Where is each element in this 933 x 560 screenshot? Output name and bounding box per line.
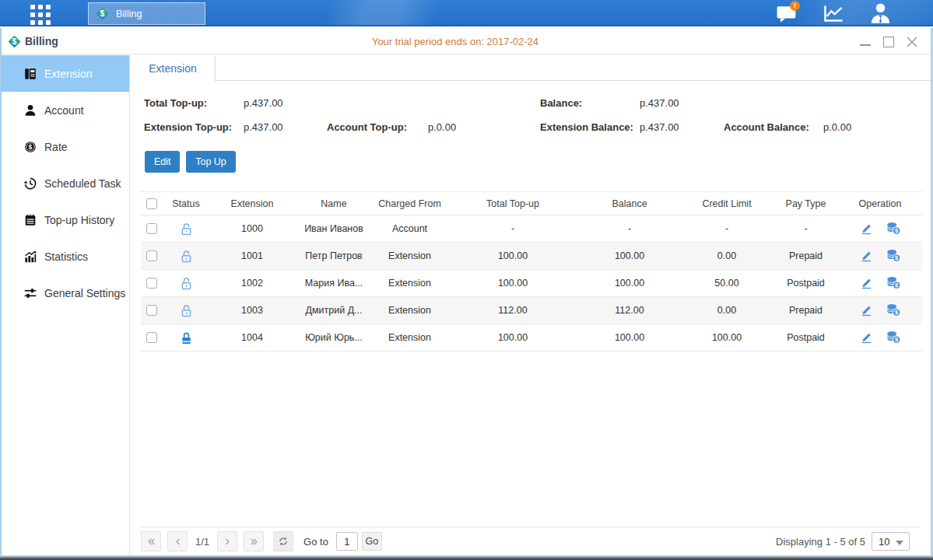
- top-up-row-icon[interactable]: $: [886, 275, 901, 290]
- edit-row-icon[interactable]: [859, 248, 873, 262]
- table-row: 1004Юрий Юрь...Extension100.00100.00100.…: [141, 324, 922, 352]
- last-page-button[interactable]: [244, 531, 264, 551]
- sidebar-item-statistics[interactable]: Statistics: [2, 238, 129, 275]
- cell-name: Петр Петров: [295, 243, 373, 270]
- sidebar-item-account[interactable]: Account: [2, 92, 129, 128]
- tab-extension[interactable]: Extension: [131, 55, 216, 81]
- resource-monitor-button[interactable]: [810, 0, 857, 26]
- edit-row-icon[interactable]: [859, 275, 873, 289]
- edit-row-icon[interactable]: [859, 330, 873, 344]
- goto-label: Go to: [303, 536, 328, 548]
- topup-history-notepad-icon: [23, 213, 37, 227]
- table-row: 1001Петр ПетровExtension100.00100.000.00…: [141, 243, 922, 270]
- extension-topup-label: Extension Top-up:: [144, 121, 232, 133]
- cell-charged-from: Extension: [373, 270, 447, 297]
- status-unlocked-icon: [163, 215, 209, 243]
- extension-balance-label: Extension Balance:: [540, 121, 633, 133]
- select-all-checkbox[interactable]: [146, 198, 157, 209]
- cell-balance: 100.00: [579, 270, 680, 297]
- table-row: 1003Дмитрий Д...Extension112.00112.000.0…: [141, 297, 922, 324]
- cell-total-topup: -: [447, 215, 579, 243]
- total-topup-label: Total Top-up:: [144, 97, 207, 109]
- prev-page-button[interactable]: [167, 531, 188, 551]
- sidebar-item-label: Statistics: [44, 250, 88, 263]
- taskbar-tab-billing[interactable]: $ Billing: [88, 2, 205, 25]
- edit-row-icon[interactable]: [859, 221, 873, 235]
- sidebar-item-label: Scheduled Task: [44, 177, 121, 190]
- cell-balance: -: [579, 215, 680, 243]
- goto-page-input[interactable]: [336, 532, 358, 551]
- cell-extension: 1000: [209, 215, 295, 243]
- minimize-button[interactable]: [857, 33, 874, 50]
- top-up-button[interactable]: Top Up: [186, 151, 236, 173]
- cell-pay-type: Postpaid: [773, 324, 838, 352]
- balance-label: Balance:: [540, 97, 582, 109]
- top-up-row-icon[interactable]: $: [886, 329, 901, 345]
- page-indicator: 1/1: [195, 536, 209, 548]
- svg-text:$: $: [895, 254, 899, 261]
- cell-credit-limit: 100.00: [680, 324, 773, 352]
- svg-text:$: $: [100, 9, 105, 18]
- col-pay-type: Pay Type: [773, 192, 838, 215]
- sidebar-item-scheduled-task[interactable]: Scheduled Task: [2, 165, 129, 201]
- account-topup-value: p.0.00: [428, 121, 456, 133]
- account-balance-label: Account Balance:: [724, 121, 809, 133]
- billing-diamond-icon: $: [7, 34, 22, 49]
- close-icon[interactable]: [903, 33, 921, 50]
- cell-credit-limit: 0.00: [680, 243, 773, 270]
- cell-name: Мария Ива...: [295, 270, 373, 297]
- status-unlocked-icon: [163, 297, 209, 324]
- statistics-chart-icon: [23, 250, 37, 264]
- screen: $ Billing !: [0, 0, 933, 560]
- first-page-button[interactable]: [141, 531, 161, 551]
- notifications-button[interactable]: !: [763, 0, 810, 26]
- app-grid-icon[interactable]: [30, 5, 51, 23]
- cell-balance: 100.00: [579, 243, 680, 270]
- top-up-row-icon[interactable]: $: [886, 220, 901, 236]
- sidebar-item-rate[interactable]: $ Rate: [2, 128, 129, 165]
- trial-notice: Your trial period ends on: 2017-02-24: [372, 36, 538, 47]
- cell-total-topup: 112.00: [447, 297, 579, 324]
- line-chart-icon: [822, 2, 845, 24]
- sidebar-item-extension[interactable]: Extension: [2, 55, 129, 92]
- row-checkbox[interactable]: [146, 278, 157, 289]
- go-button[interactable]: Go: [362, 532, 382, 551]
- maximize-button[interactable]: [880, 33, 897, 50]
- svg-text:$: $: [895, 309, 899, 316]
- page-size-select[interactable]: 10: [872, 532, 910, 551]
- top-up-row-icon[interactable]: $: [886, 247, 901, 263]
- extension-phone-icon: [23, 67, 37, 81]
- cell-pay-type: Prepaid: [773, 243, 838, 270]
- table-header-row: Status Extension Name Charged From Total…: [141, 192, 922, 215]
- desktop-taskbar: $ Billing !: [0, 0, 933, 26]
- account-topup-label: Account Top-up:: [327, 121, 407, 133]
- user-menu-button[interactable]: [857, 0, 903, 26]
- sidebar-item-general-settings[interactable]: General Settings: [2, 275, 129, 311]
- edit-row-icon[interactable]: [859, 303, 873, 317]
- col-extension: Extension: [209, 192, 295, 215]
- top-up-row-icon[interactable]: $: [886, 302, 901, 317]
- account-balance-value: p.0.00: [823, 121, 851, 133]
- cell-credit-limit: 0.00: [680, 297, 773, 324]
- sidebar-item-topup-history[interactable]: Top-up History: [2, 201, 129, 238]
- col-name: Name: [295, 192, 373, 215]
- cell-extension: 1001: [209, 243, 295, 270]
- window-title: Billing: [25, 35, 58, 47]
- edit-button[interactable]: Edit: [145, 151, 180, 173]
- cell-balance: 112.00: [579, 297, 680, 324]
- row-checkbox[interactable]: [146, 250, 157, 261]
- cell-balance: 100.00: [579, 324, 680, 352]
- row-checkbox[interactable]: [146, 332, 157, 343]
- col-operation: Operation: [838, 192, 922, 215]
- refresh-icon: [278, 536, 289, 547]
- extension-topup-value: p.437.00: [244, 121, 283, 133]
- window-bottom-edge: [0, 555, 933, 560]
- cell-pay-type: Prepaid: [773, 297, 838, 324]
- row-checkbox[interactable]: [146, 223, 157, 234]
- general-settings-sliders-icon: [23, 286, 37, 300]
- cell-extension: 1003: [209, 297, 295, 324]
- next-page-button[interactable]: [217, 531, 237, 551]
- row-checkbox[interactable]: [146, 305, 157, 316]
- refresh-button[interactable]: [273, 531, 293, 551]
- cell-name: Дмитрий Д...: [295, 297, 373, 324]
